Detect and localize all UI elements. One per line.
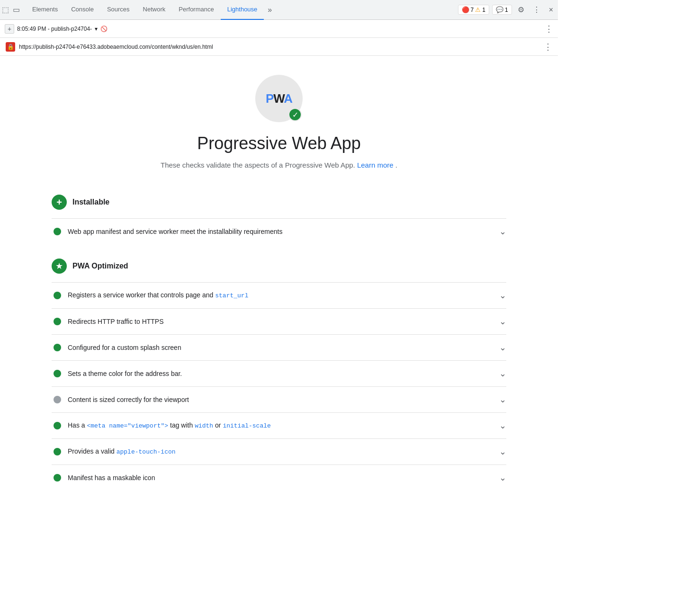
- url-bar-more-icon[interactable]: ⋮: [545, 24, 553, 34]
- tab-elements[interactable]: Elements: [26, 0, 64, 20]
- inspector-url-text: https://publish-p24704-e76433.adobeaemcl…: [19, 44, 540, 50]
- audit-item-maskable[interactable]: Manifest has a maskable icon ⌄: [52, 464, 506, 491]
- settings-icon[interactable]: ⚙: [515, 5, 527, 14]
- tab-more-icon[interactable]: »: [264, 6, 276, 14]
- audit-dot-7: [54, 474, 61, 482]
- audit-text-apple-touch: Provides a valid apple-touch-icon: [68, 446, 493, 457]
- pwa-logo: PWA ✓: [255, 75, 303, 122]
- warning-icon: ⚠: [475, 6, 481, 13]
- audit-dot-3: [54, 370, 61, 377]
- audit-chevron-2: ⌄: [499, 342, 506, 353]
- installable-section-header: + Installable: [52, 188, 506, 216]
- pwa-check-icon: ✓: [288, 108, 302, 121]
- audit-chevron-5: ⌄: [499, 420, 506, 431]
- audit-item-meta-viewport[interactable]: Has a <meta name="viewport"> tag with wi…: [52, 412, 506, 438]
- tab-title: 8:05:49 PM - publish-p24704-: [17, 26, 92, 32]
- error-count: 7: [471, 7, 474, 13]
- audit-chevron-3: ⌄: [499, 368, 506, 379]
- audit-chevron-4: ⌄: [499, 394, 506, 405]
- audit-text-splash: Configured for a custom splash screen: [68, 343, 493, 353]
- pwa-optimized-section-header: ★ PWA Optimized: [52, 252, 506, 280]
- tab-sources[interactable]: Sources: [100, 0, 136, 20]
- audit-dot-4: [54, 396, 61, 403]
- width-code: width: [195, 422, 213, 429]
- cursor-icon[interactable]: ⬚: [2, 5, 9, 14]
- close-icon[interactable]: ×: [546, 6, 556, 14]
- pwa-optimized-title: PWA Optimized: [72, 262, 128, 270]
- audit-dot-1: [54, 318, 61, 325]
- tab-url-bar: + 8:05:49 PM - publish-p24704- ▾ 🚫 ⋮: [0, 20, 558, 38]
- error-badge[interactable]: 🔴 7 ⚠ 1: [458, 5, 489, 15]
- pwa-text: PWA: [266, 92, 292, 105]
- apple-touch-code: apple-touch-icon: [117, 448, 176, 455]
- device-icon[interactable]: ▭: [13, 5, 20, 14]
- installable-title: Installable: [72, 198, 109, 206]
- error-icon: 🔴: [462, 6, 469, 13]
- tab-network[interactable]: Network: [136, 0, 172, 20]
- audit-chevron-icon: ⌄: [499, 226, 506, 237]
- inspector-url-more-icon[interactable]: ⋮: [544, 42, 552, 52]
- tab-lighthouse[interactable]: Lighthouse: [221, 0, 264, 20]
- tab-performance[interactable]: Performance: [172, 0, 220, 20]
- new-tab-button[interactable]: +: [5, 24, 14, 34]
- audit-item-https[interactable]: Redirects HTTP traffic to HTTPS ⌄: [52, 308, 506, 334]
- audit-text-meta-viewport: Has a <meta name="viewport"> tag with wi…: [68, 420, 493, 431]
- audit-text-maskable: Manifest has a maskable icon: [68, 473, 493, 483]
- page-subtitle: These checks validate the aspects of a P…: [52, 161, 506, 169]
- tab-badges: 🔴 7 ⚠ 1 💬 1 ⚙ ⋮ ×: [458, 5, 556, 15]
- audit-dot-2: [54, 344, 61, 351]
- audit-text-installable: Web app manifest and service worker meet…: [68, 227, 493, 237]
- subtitle-text: These checks validate the aspects of a P…: [161, 161, 355, 169]
- audit-item-viewport-size[interactable]: Content is sized correctly for the viewp…: [52, 386, 506, 412]
- installable-icon: +: [52, 195, 67, 210]
- devtools-tab-bar: ⬚ ▭ Elements Console Sources Network Per…: [0, 0, 558, 20]
- audit-text-theme: Sets a theme color for the address bar.: [68, 369, 493, 379]
- warning-count: 1: [482, 7, 485, 13]
- tab-label: + 8:05:49 PM - publish-p24704- ▾ 🚫: [5, 24, 108, 34]
- audit-dot-5: [54, 422, 61, 429]
- learn-more-link[interactable]: Learn more: [357, 161, 394, 169]
- audit-chevron-7: ⌄: [499, 473, 506, 483]
- initial-scale-code: initial-scale: [223, 422, 270, 429]
- pwa-logo-container: PWA ✓: [52, 75, 506, 122]
- info-icon: 💬: [496, 6, 503, 13]
- pwa-optimized-icon: ★: [52, 259, 67, 274]
- page-title: Progressive Web App: [52, 134, 506, 153]
- audit-item-installable[interactable]: Web app manifest and service worker meet…: [52, 218, 506, 244]
- devtools-tab-icons: ⬚ ▭: [2, 5, 20, 14]
- tab-block-icon: 🚫: [100, 26, 108, 32]
- audit-chevron-0: ⌄: [499, 290, 506, 301]
- audit-chevron-6: ⌄: [499, 446, 506, 457]
- start-url-code: start_url: [215, 292, 248, 299]
- audit-item-theme[interactable]: Sets a theme color for the address bar. …: [52, 360, 506, 386]
- tab-console[interactable]: Console: [64, 0, 100, 20]
- tab-dropdown-icon[interactable]: ▾: [95, 26, 98, 32]
- more-vert-icon[interactable]: ⋮: [530, 5, 543, 14]
- inspector-url-bar: 🔒 https://publish-p24704-e76433.adobeaem…: [0, 38, 558, 56]
- audit-item-service-worker[interactable]: Registers a service worker that controls…: [52, 282, 506, 308]
- security-icon: 🔒: [6, 42, 15, 52]
- audit-dot-6: [54, 448, 61, 455]
- info-badge[interactable]: 💬 1: [492, 5, 512, 15]
- meta-viewport-code: <meta name="viewport">: [87, 422, 168, 429]
- audit-chevron-1: ⌄: [499, 316, 506, 327]
- audit-text-service-worker: Registers a service worker that controls…: [68, 290, 493, 301]
- audit-text-https: Redirects HTTP traffic to HTTPS: [68, 317, 493, 327]
- audit-item-splash[interactable]: Configured for a custom splash screen ⌄: [52, 334, 506, 360]
- audit-dot-green: [54, 228, 61, 235]
- audit-dot-0: [54, 292, 61, 299]
- main-content: PWA ✓ Progressive Web App These checks v…: [42, 56, 516, 509]
- info-count: 1: [505, 7, 508, 13]
- subtitle-end: .: [395, 161, 397, 169]
- audit-text-viewport-size: Content is sized correctly for the viewp…: [68, 395, 493, 405]
- audit-item-apple-touch[interactable]: Provides a valid apple-touch-icon ⌄: [52, 438, 506, 464]
